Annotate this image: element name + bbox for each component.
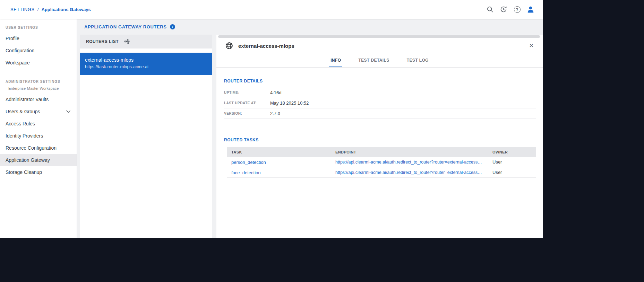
- sidebar-item-label: Configuration: [6, 48, 34, 53]
- app-window: SETTINGS / Applications Gateways ?: [0, 0, 543, 238]
- detail-row-value: 2.7.0: [270, 111, 280, 116]
- page-title-row: APPLICATION GATEWAY ROUTERS i: [77, 19, 543, 35]
- detail-row-label: LAST UPDATE AT:: [224, 101, 270, 105]
- tab-test-details[interactable]: TEST DETAILS: [357, 53, 390, 67]
- sidebar-item-workspace[interactable]: Workspace: [0, 56, 77, 69]
- routers-list-header: ROUTERS LIST: [80, 35, 212, 49]
- task-link[interactable]: face_detection: [231, 170, 261, 175]
- breadcrumb-settings-link[interactable]: SETTINGS: [10, 7, 35, 12]
- sidebar-item-access-rules[interactable]: Access Rules: [0, 117, 77, 130]
- breadcrumb-separator: /: [37, 7, 39, 12]
- router-name: external-access-mlops: [85, 57, 207, 63]
- router-details-heading: ROUTER DETAILS: [224, 79, 536, 83]
- help-glyph: ?: [514, 6, 521, 13]
- info-icon[interactable]: i: [170, 24, 175, 29]
- admin-settings-section: ADMINISTRATOR SETTINGS Enterprise-Master…: [0, 76, 77, 178]
- settings-sidebar: USER SETTINGS Profile Configuration Work…: [0, 19, 77, 238]
- sidebar-item-label: Administrator Vaults: [6, 97, 49, 102]
- detail-tabs: INFO TEST DETAILS TEST LOG: [216, 53, 543, 68]
- detail-header: external-access-mlops ✕: [216, 38, 543, 53]
- sidebar-item-label: Workspace: [6, 60, 30, 65]
- table-header-row: TASK ENDPOINT OWNER: [227, 147, 536, 157]
- table-row: face_detection https://api.clearml-acme.…: [227, 167, 536, 178]
- chevron-down-icon: [66, 110, 70, 113]
- top-bar: SETTINGS / Applications Gateways ?: [0, 0, 543, 19]
- sidebar-item-label: Application Gateway: [6, 157, 50, 163]
- router-detail-panel: external-access-mlops ✕ INFO TEST DETAIL…: [216, 35, 543, 238]
- endpoint-link[interactable]: https://api.clearml-acme.ai/auth.redirec…: [331, 160, 488, 165]
- section-label-admin-settings: ADMINISTRATOR SETTINGS: [0, 76, 77, 86]
- detail-router-title: external-access-mlops: [238, 43, 294, 49]
- column-header-task: TASK: [227, 150, 331, 154]
- breadcrumb-current-page: Applications Gateways: [41, 7, 91, 12]
- routed-tasks-heading: ROUTED TASKS: [224, 138, 536, 142]
- sidebar-item-identity-providers[interactable]: Identity Providers: [0, 130, 77, 142]
- page-title: APPLICATION GATEWAY ROUTERS: [84, 24, 166, 29]
- detail-row-version: VERSION: 2.7.0: [224, 108, 536, 119]
- sidebar-item-label: Identity Providers: [6, 133, 43, 139]
- routers-list-title: ROUTERS LIST: [86, 39, 119, 44]
- sidebar-item-label: Resource Configuration: [6, 145, 57, 151]
- detail-row-label: VERSION:: [224, 112, 270, 115]
- sidebar-item-storage-cleanup[interactable]: Storage Cleanup: [0, 166, 77, 178]
- sidebar-item-resource-configuration[interactable]: Resource Configuration: [0, 142, 77, 154]
- sidebar-item-label: Storage Cleanup: [6, 169, 42, 175]
- router-list-item-selected[interactable]: external-access-mlops https://task-route…: [80, 53, 212, 75]
- topbar-icon-group: ?: [486, 5, 535, 14]
- main-layout: USER SETTINGS Profile Configuration Work…: [0, 19, 543, 238]
- detail-row-value: 4:16d: [270, 90, 282, 95]
- task-link[interactable]: person_detection: [231, 160, 266, 165]
- content-panels: ROUTERS LIST: [77, 35, 543, 238]
- owner-cell: User: [488, 170, 536, 175]
- close-icon[interactable]: ✕: [529, 43, 534, 49]
- sidebar-item-application-gateway[interactable]: Application Gateway: [0, 154, 77, 166]
- search-icon[interactable]: [486, 5, 494, 14]
- help-icon[interactable]: ?: [513, 5, 521, 14]
- sidebar-item-users-groups[interactable]: Users & Groups: [0, 105, 77, 117]
- endpoint-link[interactable]: https://api.clearml-acme.ai/auth.redirec…: [331, 170, 488, 175]
- sidebar-item-administrator-vaults[interactable]: Administrator Vaults: [0, 93, 77, 105]
- main-content: APPLICATION GATEWAY ROUTERS i ROUTERS LI…: [77, 19, 543, 238]
- tab-info[interactable]: INFO: [329, 53, 342, 67]
- detail-row-uptime: UPTIME: 4:16d: [224, 88, 536, 98]
- history-icon[interactable]: [499, 5, 508, 14]
- section-label-user-settings: USER SETTINGS: [0, 22, 77, 32]
- desktop-background: { "topbar": { "breadcrumb": { "root": "S…: [0, 0, 644, 282]
- filter-icon[interactable]: [124, 39, 130, 44]
- sidebar-item-label: Profile: [6, 36, 19, 41]
- sidebar-item-label: Access Rules: [6, 121, 35, 126]
- tab-test-log[interactable]: TEST LOG: [405, 53, 430, 67]
- column-header-endpoint: ENDPOINT: [331, 150, 488, 154]
- globe-icon: [225, 42, 233, 50]
- column-header-owner: OWNER: [488, 150, 536, 154]
- user-avatar[interactable]: [526, 5, 535, 14]
- router-details-rows: UPTIME: 4:16d LAST UPDATE AT: May 18 202…: [224, 88, 536, 119]
- router-url: https://task-router-mlops-acme.ai: [85, 64, 207, 69]
- detail-row-last-update: LAST UPDATE AT: May 18 2025 10:52: [224, 98, 536, 108]
- workspace-name-label: Enterprise-Master Workspace: [0, 86, 77, 93]
- detail-row-value: May 18 2025 10:52: [270, 100, 309, 106]
- owner-cell: User: [488, 159, 536, 165]
- routed-tasks-table: TASK ENDPOINT OWNER person_detection htt…: [227, 147, 536, 178]
- detail-content: ROUTER DETAILS UPTIME: 4:16d LAST UPDATE…: [216, 68, 543, 178]
- sidebar-item-label: Users & Groups: [6, 109, 40, 114]
- routers-list-body: external-access-mlops https://task-route…: [80, 49, 212, 238]
- detail-row-label: UPTIME:: [224, 91, 270, 95]
- routers-list-panel: ROUTERS LIST: [80, 35, 212, 238]
- horizontal-scrollbar[interactable]: [218, 35, 540, 38]
- sidebar-item-profile[interactable]: Profile: [0, 32, 77, 44]
- breadcrumb: SETTINGS / Applications Gateways: [10, 7, 91, 12]
- sidebar-item-configuration[interactable]: Configuration: [0, 44, 77, 56]
- table-row: person_detection https://api.clearml-acm…: [227, 157, 536, 167]
